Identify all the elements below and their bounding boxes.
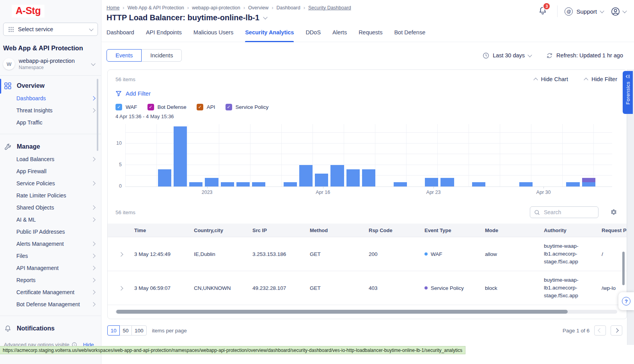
hide-chart-button[interactable]: Hide Chart: [534, 76, 568, 82]
column-header-event-type[interactable]: Event Type: [424, 224, 485, 237]
bar-segment-waf[interactable]: [205, 178, 218, 186]
bar-segment-waf[interactable]: [158, 169, 171, 186]
bar-segment-waf[interactable]: [582, 182, 595, 186]
search-input[interactable]: [543, 209, 594, 216]
event-filter-bot-defense[interactable]: ✓Bot Defense: [147, 104, 186, 110]
column-header-rsp-code[interactable]: Rsp Code: [369, 224, 424, 237]
add-filter-button[interactable]: Add Filter: [115, 90, 151, 97]
page-size-10[interactable]: 10: [107, 325, 120, 336]
view-toggle-events[interactable]: Events: [107, 49, 142, 62]
checkbox-service-policy[interactable]: ✓: [226, 104, 232, 110]
bar-segment-waf[interactable]: [299, 165, 313, 186]
namespace-selector[interactable]: W webapp-api-protection Namespace: [3, 58, 95, 70]
account-menu[interactable]: [611, 7, 626, 16]
tab-requests[interactable]: Requests: [359, 28, 382, 42]
sidebar-item-certificate-management[interactable]: Certificate Management: [0, 286, 101, 298]
help-button[interactable]: ?: [618, 292, 634, 310]
bar-segment-waf[interactable]: [425, 178, 438, 186]
time-range-dropdown[interactable]: Last 30 days: [483, 52, 531, 59]
support-menu[interactable]: @ Support: [565, 7, 604, 16]
column-header-mode[interactable]: Mode: [485, 224, 544, 237]
tab-alerts[interactable]: Alerts: [332, 28, 347, 42]
row-expander-button[interactable]: [108, 237, 134, 271]
hide-filter-button[interactable]: Hide Filter: [584, 76, 617, 82]
view-toggle-incidents[interactable]: Incidents: [141, 49, 182, 62]
bar-segment-waf[interactable]: [315, 174, 328, 186]
sidebar-item-dashboards[interactable]: Dashboards: [0, 92, 101, 104]
checkbox-waf[interactable]: ✓: [115, 104, 122, 110]
vertical-scrollbar-thumb[interactable]: [622, 252, 625, 285]
next-page-button[interactable]: [611, 325, 622, 336]
table-row[interactable]: 3 May 06:59:07CN,UNKNOWN49.232.28.107GET…: [108, 271, 627, 305]
table-settings-gear-button[interactable]: [610, 209, 617, 216]
table-row[interactable]: 3 May 12:45:49IE,Dublin3.253.153.186GET2…: [108, 237, 627, 271]
tab-ddos[interactable]: DDoS: [305, 28, 321, 42]
sidebar-item-files[interactable]: Files: [0, 250, 101, 262]
sidebar-item-public-ip-addresses[interactable]: Public IP Addresses: [0, 226, 101, 238]
sidebar-item-load-balancers[interactable]: Load Balancers: [0, 153, 101, 165]
horizontal-scrollbar-track[interactable]: [115, 310, 617, 314]
event-filter-api[interactable]: ✓API: [197, 104, 215, 110]
breadcrumb-item-overview[interactable]: Overview: [248, 5, 268, 11]
checkbox-api[interactable]: ✓: [197, 104, 203, 110]
sidebar-item-app-firewall[interactable]: App Firewall: [0, 165, 101, 177]
bar-segment-waf[interactable]: [221, 182, 234, 186]
tab-malicious-users[interactable]: Malicious Users: [194, 28, 233, 42]
bar-segment-waf[interactable]: [189, 182, 202, 186]
previous-page-button[interactable]: [594, 325, 606, 336]
sidebar-item-app-traffic[interactable]: App Traffic: [0, 116, 101, 128]
sidebar-item-alerts-management[interactable]: Alerts Management: [0, 238, 101, 250]
breadcrumb-item-dashboard[interactable]: Dashboard: [277, 5, 300, 11]
event-filter-waf[interactable]: ✓WAF: [115, 104, 137, 110]
notifications-bell-button[interactable]: 3: [538, 6, 547, 16]
bar-segment-waf[interactable]: [362, 169, 375, 186]
column-header-method[interactable]: Method: [310, 224, 369, 237]
column-header-request-pa[interactable]: Request Pa: [602, 224, 627, 237]
sidebar-section-head-manage[interactable]: Manage: [0, 140, 101, 153]
sidebar-item-threat-insights[interactable]: Threat Insights: [0, 104, 101, 116]
bar-segment-waf[interactable]: [346, 169, 360, 186]
column-header-authority[interactable]: Authority: [544, 224, 602, 237]
horizontal-scrollbar-thumb[interactable]: [116, 310, 568, 314]
bar-segment-waf[interactable]: [330, 165, 344, 186]
sidebar-item-bot-defense-management[interactable]: Bot Defense Management: [0, 298, 101, 310]
column-header-src-ip[interactable]: Src IP: [252, 224, 310, 237]
chevron-down-icon[interactable]: [263, 15, 267, 19]
bar-segment-waf[interactable]: [566, 182, 579, 186]
bar-segment-waf[interactable]: [252, 182, 265, 186]
select-service-dropdown[interactable]: Select service: [3, 23, 98, 36]
sidebar-item-api-management[interactable]: API Management: [0, 262, 101, 274]
bar-segment-waf[interactable]: [472, 182, 485, 186]
breadcrumb-item-home[interactable]: Home: [107, 5, 119, 11]
bar-segment-waf[interactable]: [174, 126, 187, 186]
tab-security-analytics[interactable]: Security Analytics: [245, 28, 294, 42]
row-expander-button[interactable]: [108, 271, 134, 305]
breadcrumb-item-web-app-api-protection[interactable]: Web App & API Protection: [128, 5, 184, 11]
sidebar-item-ai-ml[interactable]: AI & ML: [0, 213, 101, 226]
column-header-time[interactable]: Time: [134, 224, 194, 237]
sidebar-item-shared-objects[interactable]: Shared Objects: [0, 201, 101, 213]
tab-dashboard[interactable]: Dashboard: [107, 28, 134, 42]
sidebar-scrollbar[interactable]: [97, 79, 98, 151]
bar-segment-waf[interactable]: [236, 182, 250, 186]
bar-segment-waf[interactable]: [440, 178, 454, 186]
column-header-country-city[interactable]: Country,city: [194, 224, 252, 237]
page-size-50[interactable]: 50: [119, 325, 132, 336]
forensics-panel-tab[interactable]: Forensics: [623, 71, 633, 114]
bar-segment-service-policy[interactable]: [582, 178, 595, 182]
bar-segment-waf[interactable]: [284, 182, 297, 186]
tab-bot-defense[interactable]: Bot Defense: [394, 28, 425, 42]
breadcrumb-item-webapp-api-protection[interactable]: webapp-api-protection: [192, 5, 240, 11]
sidebar-item-rate-limiter-policies[interactable]: Rate Limiter Policies: [0, 189, 101, 201]
sidebar-section-head-notifications[interactable]: Notifications: [0, 322, 101, 335]
event-filter-service-policy[interactable]: ✓Service Policy: [226, 104, 269, 110]
bar-segment-waf[interactable]: [394, 182, 407, 186]
tab-api-endpoints[interactable]: API Endpoints: [146, 28, 182, 42]
page-size-100[interactable]: 100: [131, 325, 147, 336]
breadcrumb-item-security-dashboard[interactable]: Security Dashboard: [308, 5, 351, 11]
checkbox-bot-defense[interactable]: ✓: [147, 104, 154, 110]
sidebar-item-service-policies[interactable]: Service Policies: [0, 177, 101, 189]
sidebar-section-head-overview[interactable]: Overview: [0, 80, 101, 92]
refresh-button[interactable]: Refresh: Updated 1 hr ago: [546, 52, 623, 59]
sidebar-item-reports[interactable]: Reports: [0, 274, 101, 286]
